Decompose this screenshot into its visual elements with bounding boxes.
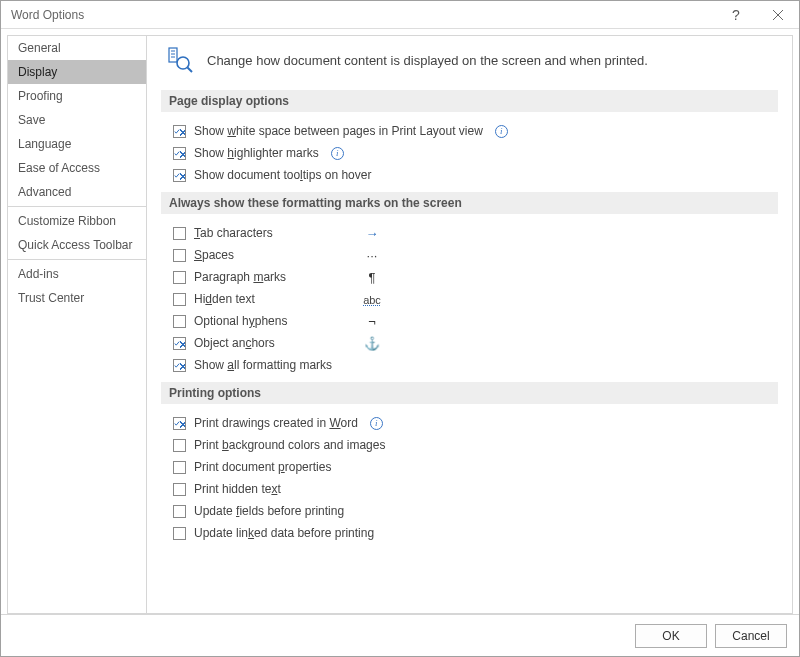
sidebar-separator (8, 206, 146, 207)
checkbox[interactable] (173, 315, 186, 328)
option-row: Show all formatting marks (173, 354, 778, 376)
option-row: Object anchors⚓ (173, 332, 778, 354)
option-label[interactable]: Hidden text (194, 292, 334, 306)
sidebar-item-advanced[interactable]: Advanced (8, 180, 146, 204)
option-label[interactable]: Update linked data before printing (194, 526, 374, 540)
svg-rect-2 (169, 48, 177, 62)
section-formatting-marks: Tab characters→Spaces···Paragraph marks¶… (161, 222, 778, 376)
option-label[interactable]: Optional hyphens (194, 314, 334, 328)
section-page-display: Show white space between pages in Print … (161, 120, 778, 186)
section-formatting-title: Always show these formatting marks on th… (161, 192, 778, 214)
checkbox[interactable] (173, 125, 186, 138)
formatting-mark-symbol: ¬ (352, 314, 392, 329)
page-header: Change how document content is displayed… (161, 46, 778, 74)
checkbox[interactable] (173, 527, 186, 540)
checkbox[interactable] (173, 359, 186, 372)
option-row: Paragraph marks¶ (173, 266, 778, 288)
formatting-mark-symbol: ··· (352, 248, 392, 263)
titlebar: Word Options ? (1, 1, 799, 29)
checkbox[interactable] (173, 483, 186, 496)
info-icon[interactable]: i (370, 417, 383, 430)
option-row: Hidden textabc (173, 288, 778, 310)
option-label[interactable]: Paragraph marks (194, 270, 334, 284)
option-row: Update fields before printing (173, 500, 778, 522)
sidebar-item-trust-center[interactable]: Trust Center (8, 286, 146, 310)
formatting-mark-symbol: abc (352, 292, 392, 307)
option-row: Spaces··· (173, 244, 778, 266)
option-label[interactable]: Print hidden text (194, 482, 281, 496)
sidebar-item-language[interactable]: Language (8, 132, 146, 156)
option-row: Print drawings created in Wordi (173, 412, 778, 434)
page-header-text: Change how document content is displayed… (207, 53, 648, 68)
sidebar-item-ease-of-access[interactable]: Ease of Access (8, 156, 146, 180)
option-row: Show white space between pages in Print … (173, 120, 778, 142)
svg-point-6 (177, 57, 189, 69)
formatting-mark-symbol: ¶ (352, 270, 392, 285)
option-row: Update linked data before printing (173, 522, 778, 544)
section-printing-title: Printing options (161, 382, 778, 404)
sidebar-item-customize-ribbon[interactable]: Customize Ribbon (8, 209, 146, 233)
option-label[interactable]: Print document properties (194, 460, 331, 474)
option-label[interactable]: Show highlighter marks (194, 146, 319, 160)
sidebar-item-save[interactable]: Save (8, 108, 146, 132)
option-row: Tab characters→ (173, 222, 778, 244)
section-page-display-title: Page display options (161, 90, 778, 112)
checkbox[interactable] (173, 461, 186, 474)
dialog-footer: OK Cancel (1, 614, 799, 656)
sidebar-nav: GeneralDisplayProofingSaveLanguageEase o… (7, 35, 147, 614)
checkbox[interactable] (173, 169, 186, 182)
option-row: Show document tooltips on hover (173, 164, 778, 186)
section-printing: Print drawings created in WordiPrint bac… (161, 412, 778, 544)
ok-button[interactable]: OK (635, 624, 707, 648)
sidebar-item-quick-access-toolbar[interactable]: Quick Access Toolbar (8, 233, 146, 257)
option-label[interactable]: Print background colors and images (194, 438, 385, 452)
checkbox[interactable] (173, 293, 186, 306)
sidebar-item-general[interactable]: General (8, 36, 146, 60)
option-label[interactable]: Show white space between pages in Print … (194, 124, 483, 138)
sidebar-item-proofing[interactable]: Proofing (8, 84, 146, 108)
word-options-dialog: Word Options ? GeneralDisplayProofingSav… (0, 0, 800, 657)
option-row: Show highlighter marksi (173, 142, 778, 164)
sidebar-separator (8, 259, 146, 260)
option-label[interactable]: Object anchors (194, 336, 334, 350)
option-label[interactable]: Show all formatting marks (194, 358, 334, 372)
main-panel: Change how document content is displayed… (147, 35, 793, 614)
checkbox[interactable] (173, 227, 186, 240)
help-button[interactable]: ? (715, 1, 757, 29)
option-row: Print background colors and images (173, 434, 778, 456)
option-row: Print hidden text (173, 478, 778, 500)
formatting-mark-symbol: ⚓ (352, 336, 392, 351)
option-label[interactable]: Spaces (194, 248, 334, 262)
option-label[interactable]: Tab characters (194, 226, 334, 240)
sidebar-item-display[interactable]: Display (8, 60, 146, 84)
checkbox[interactable] (173, 505, 186, 518)
checkbox[interactable] (173, 249, 186, 262)
option-label[interactable]: Show document tooltips on hover (194, 168, 371, 182)
display-settings-icon (167, 46, 195, 74)
option-label[interactable]: Update fields before printing (194, 504, 344, 518)
checkbox[interactable] (173, 271, 186, 284)
sidebar-item-add-ins[interactable]: Add-ins (8, 262, 146, 286)
option-row: Optional hyphens¬ (173, 310, 778, 332)
option-label[interactable]: Print drawings created in Word (194, 416, 358, 430)
info-icon[interactable]: i (495, 125, 508, 138)
checkbox[interactable] (173, 417, 186, 430)
checkbox[interactable] (173, 147, 186, 160)
checkbox[interactable] (173, 439, 186, 452)
cancel-button[interactable]: Cancel (715, 624, 787, 648)
formatting-mark-symbol: → (352, 226, 392, 241)
svg-line-7 (188, 68, 193, 73)
info-icon[interactable]: i (331, 147, 344, 160)
checkbox[interactable] (173, 337, 186, 350)
option-row: Print document properties (173, 456, 778, 478)
close-button[interactable] (757, 1, 799, 29)
window-title: Word Options (11, 8, 84, 22)
